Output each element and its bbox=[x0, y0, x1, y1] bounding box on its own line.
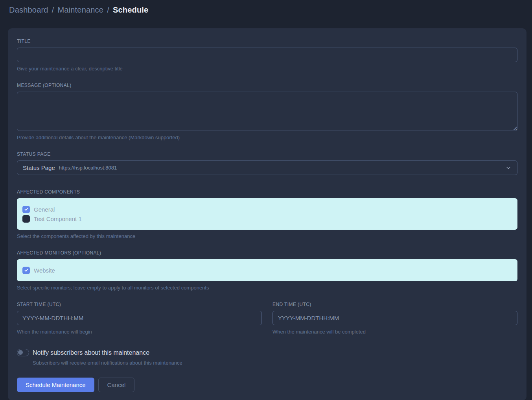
status-page-selected-name: Status Page bbox=[23, 164, 55, 171]
notify-subscribers-section: Notify subscribers about this maintenanc… bbox=[17, 349, 517, 366]
notify-subscribers-helper-text: Subscribers will receive email notificat… bbox=[33, 360, 517, 366]
component-option-label: Test Component 1 bbox=[34, 216, 82, 222]
notify-subscribers-label: Notify subscribers about this maintenanc… bbox=[33, 349, 149, 356]
affected-components-field-group: AFFECTED COMPONENTS General Test Compone… bbox=[17, 189, 517, 239]
checkmark-icon bbox=[24, 268, 29, 273]
message-label: MESSAGE (OPTIONAL) bbox=[17, 83, 517, 88]
checkbox-checked[interactable] bbox=[22, 206, 30, 213]
end-time-label: END TIME (UTC) bbox=[272, 302, 517, 307]
start-time-field-group: START TIME (UTC) When the maintenance wi… bbox=[17, 302, 262, 335]
breadcrumb-dashboard[interactable]: Dashboard bbox=[9, 6, 48, 15]
schedule-maintenance-form-card: TITLE Give your maintenance a clear, des… bbox=[8, 28, 526, 400]
checkmark-icon bbox=[24, 207, 29, 212]
end-time-input[interactable] bbox=[272, 311, 517, 325]
affected-monitors-field-group: AFFECTED MONITORS (OPTIONAL) Website Sel… bbox=[17, 250, 517, 291]
breadcrumb-current-schedule: Schedule bbox=[113, 6, 149, 15]
toggle-knob bbox=[18, 350, 23, 355]
affected-monitors-panel: Website bbox=[17, 259, 517, 281]
breadcrumb-maintenance[interactable]: Maintenance bbox=[57, 6, 103, 15]
breadcrumb-separator: / bbox=[52, 6, 54, 15]
time-fields-row: START TIME (UTC) When the maintenance wi… bbox=[17, 302, 517, 335]
end-time-field-group: END TIME (UTC) When the maintenance will… bbox=[272, 302, 517, 335]
status-page-field-group: STATUS PAGE Status Page https://hsp.loca… bbox=[17, 151, 517, 175]
chevron-down-icon bbox=[505, 165, 512, 171]
affected-monitors-label: AFFECTED MONITORS (OPTIONAL) bbox=[17, 250, 517, 256]
form-actions: Schedule Maintenance Cancel bbox=[17, 378, 517, 392]
top-bar: Dashboard / Maintenance / Schedule bbox=[0, 0, 532, 20]
notify-subscribers-toggle-row[interactable]: Notify subscribers about this maintenanc… bbox=[17, 349, 517, 356]
message-textarea[interactable] bbox=[17, 92, 517, 131]
start-time-input[interactable] bbox=[17, 311, 262, 325]
affected-components-label: AFFECTED COMPONENTS bbox=[17, 189, 517, 195]
cancel-button[interactable]: Cancel bbox=[98, 378, 135, 392]
notify-subscribers-toggle[interactable] bbox=[17, 349, 29, 356]
breadcrumb-separator: / bbox=[107, 6, 109, 15]
title-field-group: TITLE Give your maintenance a clear, des… bbox=[17, 39, 517, 72]
start-time-helper-text: When the maintenance will begin bbox=[17, 329, 262, 335]
end-time-helper-text: When the maintenance will be completed bbox=[272, 329, 517, 335]
message-field-group: MESSAGE (OPTIONAL) Provide additional de… bbox=[17, 83, 517, 140]
start-time-label: START TIME (UTC) bbox=[17, 302, 262, 307]
status-page-select[interactable]: Status Page https://hsp.localhost:8081 bbox=[17, 160, 517, 175]
monitor-option-website[interactable]: Website bbox=[22, 265, 512, 275]
component-option-test-component-1[interactable]: Test Component 1 bbox=[22, 214, 512, 223]
title-label: TITLE bbox=[17, 39, 517, 44]
checkbox-checked[interactable] bbox=[22, 267, 30, 274]
title-helper-text: Give your maintenance a clear, descripti… bbox=[17, 66, 517, 72]
schedule-maintenance-button[interactable]: Schedule Maintenance bbox=[17, 378, 94, 392]
component-option-general[interactable]: General bbox=[22, 205, 512, 214]
message-helper-text: Provide additional details about the mai… bbox=[17, 135, 517, 140]
component-option-label: General bbox=[34, 206, 55, 213]
breadcrumb: Dashboard / Maintenance / Schedule bbox=[9, 6, 148, 15]
status-page-label: STATUS PAGE bbox=[17, 151, 517, 157]
status-page-selected-url: https://hsp.localhost:8081 bbox=[59, 165, 117, 171]
title-input[interactable] bbox=[17, 48, 517, 62]
checkbox-unchecked[interactable] bbox=[22, 215, 30, 223]
affected-components-panel: General Test Component 1 bbox=[17, 198, 517, 230]
affected-monitors-helper-text: Select specific monitors; leave empty to… bbox=[17, 285, 517, 291]
monitor-option-label: Website bbox=[34, 267, 55, 274]
affected-components-helper-text: Select the components affected by this m… bbox=[17, 233, 517, 239]
